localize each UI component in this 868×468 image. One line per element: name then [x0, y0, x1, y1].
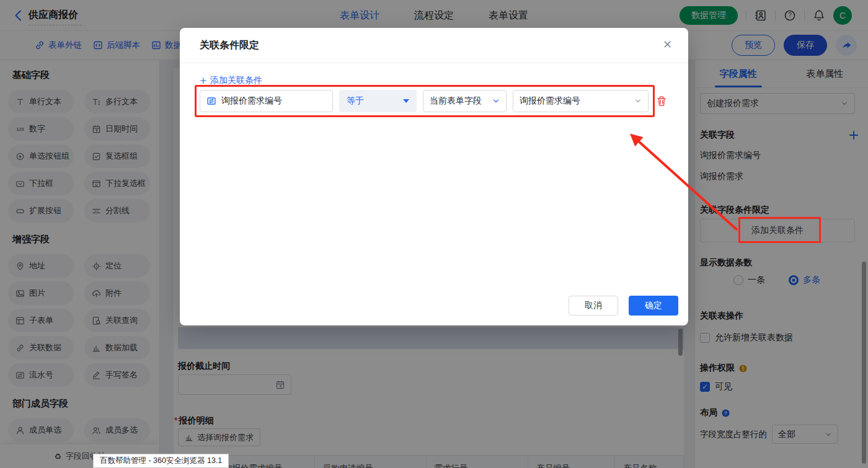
cancel-button[interactable]: 取消	[569, 296, 618, 316]
modal-title: 关联条件限定	[200, 39, 259, 52]
close-icon[interactable]: ✕	[663, 39, 672, 50]
chevron-down-icon	[492, 97, 500, 105]
source-value: 当前表单字段	[430, 95, 482, 107]
operator-select[interactable]: 等于	[339, 90, 417, 112]
confirm-button[interactable]: 确定	[629, 296, 678, 316]
caret-down-icon	[403, 99, 409, 103]
add-condition-link-label: 添加关联条件	[210, 75, 262, 86]
condition-row: 询报价需求编号 等于 当前表单字段 询报价需求编号	[200, 90, 667, 112]
modal-footer: 取消 确定	[569, 296, 678, 316]
value-select[interactable]: 询报价需求编号	[513, 90, 649, 112]
app-window: 供应商报价 表单设计流程设定表单设置 数据管理 ? C 表单外链后端脚本数据 预…	[0, 0, 868, 468]
chevron-down-icon	[634, 97, 642, 105]
condition-modal: 关联条件限定 ✕ 添加关联条件 询报价需求编号 等于 当前表单字段 询报价需求编…	[180, 28, 688, 325]
operator-value: 等于	[347, 95, 364, 107]
browser-status-tooltip: 百数帮助管理 - 360安全浏览器 13.1	[93, 454, 229, 468]
condition-field-box[interactable]: 询报价需求编号	[200, 90, 333, 112]
plus-icon	[200, 77, 207, 84]
trash-icon[interactable]	[656, 95, 667, 107]
add-condition-link[interactable]: 添加关联条件	[200, 75, 262, 86]
condition-field-value: 询报价需求编号	[221, 95, 282, 107]
serial-field-icon	[206, 96, 216, 106]
value-value: 询报价需求编号	[520, 95, 580, 107]
source-select[interactable]: 当前表单字段	[423, 90, 507, 112]
modal-header: 关联条件限定 ✕	[180, 28, 688, 63]
